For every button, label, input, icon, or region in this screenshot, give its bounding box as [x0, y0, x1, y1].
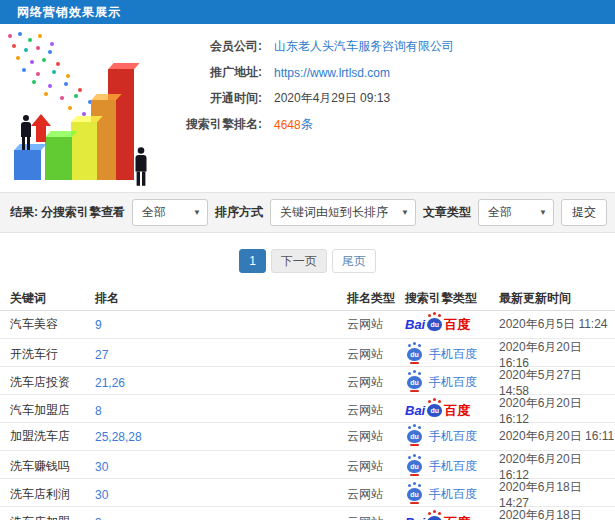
- rank-link[interactable]: 30: [95, 488, 347, 502]
- updated-time-cell: 2020年6月18日 14:30: [499, 507, 615, 520]
- updated-time-cell: 2020年6月18日 14:27: [499, 479, 615, 510]
- pagination-page-1[interactable]: 1: [239, 249, 266, 273]
- submit-button[interactable]: 提交: [561, 199, 607, 226]
- up-arrow-icon: [31, 114, 51, 142]
- table-row: 洗车赚钱吗 30 云网站 du手机百度 2020年6月20日 16:12: [0, 451, 615, 479]
- keyword-cell: 洗车赚钱吗: [10, 458, 95, 475]
- table-row: 洗车店加盟 3 云网站 Baidu百度 2020年6月18日 14:30: [0, 507, 615, 520]
- engine-rank-unit: 条: [301, 116, 313, 133]
- page-title: 网络营销效果展示: [17, 4, 121, 21]
- updated-time-cell: 2020年6月20日 16:12: [499, 451, 615, 482]
- rank-link[interactable]: 3: [95, 516, 347, 520]
- engine-type-cell: Baidu百度: [405, 516, 499, 520]
- keyword-cell: 开洗车行: [10, 346, 95, 363]
- chart-bar-green: [45, 137, 72, 180]
- rank-type-cell: 云网站: [347, 486, 405, 503]
- promo-url-label: 推广地址:: [178, 64, 262, 81]
- engine-rank-label: 搜索引擎排名:: [178, 116, 262, 133]
- app-window: 网络营销效果展示 会员公司: 山东老人头汽车服务咨询有限公司 推广地: [0, 0, 615, 520]
- updated-time-cell: 2020年6月20日 16:12: [499, 395, 615, 426]
- table-row: 汽车加盟店 8 云网站 Baidu百度 2020年6月20日 16:12: [0, 395, 615, 423]
- baidu-paw-icon: du: [407, 430, 422, 443]
- mobile-baidu-logo: du手机百度: [405, 374, 477, 391]
- title-bar: 网络营销效果展示: [0, 0, 615, 24]
- rank-type-cell: 云网站: [347, 428, 405, 445]
- rank-link[interactable]: 27: [95, 348, 347, 362]
- engine-rank-count: 4648: [274, 118, 301, 132]
- rank-link[interactable]: 25,28,28: [95, 430, 347, 444]
- updated-time-cell: 2020年6月20日 16:16: [499, 339, 615, 370]
- engine-filter-label: 分搜索引擎查看: [41, 204, 125, 221]
- engine-type-cell: du手机百度: [405, 346, 499, 363]
- col-header-rank: 排名: [95, 290, 347, 307]
- engine-type-cell: du手机百度: [405, 458, 499, 475]
- filter-controls: 分搜索引擎查看 全部 ▼ 排序方式 关键词由短到长排序 ▼ 文章类型 全部 ▼ …: [41, 199, 607, 226]
- updated-time-cell: 2020年5月27日 14:58: [499, 367, 615, 398]
- engine-type-cell: du手机百度: [405, 486, 499, 503]
- mobile-baidu-logo: du手机百度: [405, 428, 477, 445]
- mobile-baidu-logo: du手机百度: [405, 458, 477, 475]
- chevron-down-icon: ▼: [539, 208, 547, 217]
- rank-link[interactable]: 21,26: [95, 376, 347, 390]
- filter-band: 结果: 分搜索引擎查看 全部 ▼ 排序方式 关键词由短到长排序 ▼ 文章类型 全…: [0, 192, 615, 233]
- baidu-logo: Baidu百度: [405, 404, 470, 417]
- updated-time-cell: 2020年6月20日 16:11: [499, 428, 615, 445]
- engine-filter-select[interactable]: 全部 ▼: [132, 199, 208, 226]
- info-section: 会员公司: 山东老人头汽车服务咨询有限公司 推广地址: https://www.…: [0, 24, 615, 192]
- engine-type-cell: du手机百度: [405, 428, 499, 445]
- baidu-paw-icon: du: [427, 516, 442, 520]
- engine-type-cell: Baidu百度: [405, 404, 499, 418]
- baidu-logo: Baidu百度: [405, 516, 470, 520]
- updated-time-cell: 2020年6月5日 11:24: [499, 316, 615, 333]
- table-row: 洗车店利润 30 云网站 du手机百度 2020年6月18日 14:27: [0, 479, 615, 507]
- baidu-paw-icon: du: [427, 318, 442, 331]
- pagination-last-button[interactable]: 尾页: [332, 249, 376, 273]
- keyword-cell: 洗车店投资: [10, 374, 95, 391]
- rank-link[interactable]: 30: [95, 460, 347, 474]
- sort-select[interactable]: 关键词由短到长排序 ▼: [270, 199, 416, 226]
- baidu-paw-icon: du: [427, 404, 442, 417]
- rank-type-cell: 云网站: [347, 316, 405, 333]
- rank-type-cell: 云网站: [347, 402, 405, 419]
- sort-label: 排序方式: [215, 204, 263, 221]
- keyword-cell: 汽车美容: [10, 316, 95, 333]
- col-header-updated: 最新更新时间: [499, 290, 615, 307]
- keyword-cell: 加盟洗车店: [10, 428, 95, 445]
- baidu-paw-icon: du: [407, 460, 422, 473]
- chevron-down-icon: ▼: [401, 208, 409, 217]
- table-header-row: 关键词 排名 排名类型 搜索引擎类型 最新更新时间: [0, 287, 615, 311]
- article-type-select[interactable]: 全部 ▼: [478, 199, 554, 226]
- company-info-fields: 会员公司: 山东老人头汽车服务咨询有限公司 推广地址: https://www.…: [178, 24, 454, 192]
- table-row: 汽车美容 9 云网站 Baidu百度 2020年6月5日 11:24: [0, 311, 615, 339]
- rank-type-cell: 云网站: [347, 346, 405, 363]
- keyword-cell: 洗车店利润: [10, 486, 95, 503]
- field-engine-rank-count: 搜索引擎排名: 4648 条: [178, 116, 454, 133]
- keyword-cell: 洗车店加盟: [10, 514, 95, 520]
- baidu-paw-icon: du: [407, 488, 422, 501]
- businessman-figure-right: [136, 147, 147, 186]
- mobile-baidu-logo: du手机百度: [405, 346, 477, 363]
- keyword-ranking-table: 关键词 排名 排名类型 搜索引擎类型 最新更新时间 汽车美容 9 云网站 Bai…: [0, 287, 615, 520]
- rank-link[interactable]: 9: [95, 318, 347, 332]
- mobile-baidu-logo: du手机百度: [405, 486, 477, 503]
- member-company-label: 会员公司:: [178, 38, 262, 55]
- rank-type-cell: 云网站: [347, 458, 405, 475]
- open-time-value: 2020年4月29日 09:13: [274, 90, 390, 107]
- article-type-label: 文章类型: [423, 204, 471, 221]
- field-open-time: 开通时间: 2020年4月29日 09:13: [178, 90, 454, 107]
- rank-type-cell: 云网站: [347, 514, 405, 520]
- table-row: 洗车店投资 21,26 云网站 du手机百度 2020年5月27日 14:58: [0, 367, 615, 395]
- engine-type-cell: du手机百度: [405, 374, 499, 391]
- promo-url-link[interactable]: https://www.lrtlsd.com: [274, 66, 390, 80]
- businessman-figure-left: [21, 115, 31, 150]
- col-header-keyword: 关键词: [10, 290, 95, 307]
- chart-bar-blue: [14, 150, 41, 180]
- table-body: 汽车美容 9 云网站 Baidu百度 2020年6月5日 11:24 开洗车行 …: [0, 311, 615, 520]
- result-label: 结果:: [10, 204, 38, 221]
- rank-link[interactable]: 8: [95, 404, 347, 418]
- baidu-logo: Baidu百度: [405, 318, 470, 331]
- field-promo-url: 推广地址: https://www.lrtlsd.com: [178, 64, 454, 81]
- field-member-company: 会员公司: 山东老人头汽车服务咨询有限公司: [178, 38, 454, 55]
- member-company-link[interactable]: 山东老人头汽车服务咨询有限公司: [274, 38, 454, 55]
- pagination-next-button[interactable]: 下一页: [271, 249, 327, 273]
